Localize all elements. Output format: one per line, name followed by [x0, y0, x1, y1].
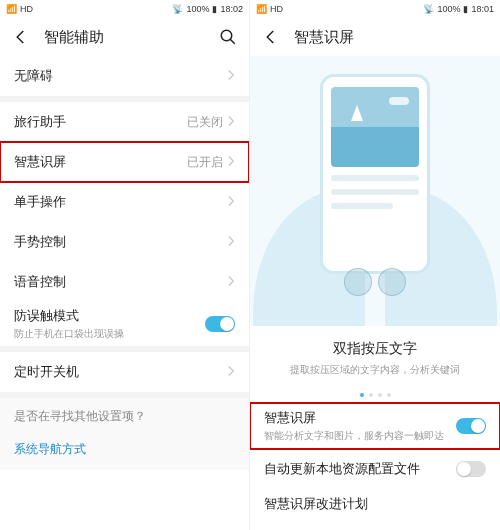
- row-gesture[interactable]: 手势控制: [0, 222, 249, 262]
- row-travel-assistant[interactable]: 旅行助手 已关闭: [0, 102, 249, 142]
- wifi-icon: 📡: [172, 4, 183, 14]
- row-label: 智慧识屏: [14, 153, 187, 171]
- chevron-right-icon: [227, 275, 235, 290]
- row-label: 智慧识屏: [264, 409, 456, 427]
- signal-icon: 📶: [256, 4, 267, 14]
- link-system-nav[interactable]: 系统导航方式: [0, 435, 249, 470]
- header: 智能辅助: [0, 18, 249, 56]
- dot: [387, 393, 391, 397]
- promo-desc: 提取按压区域的文字内容，分析关键词: [260, 363, 490, 377]
- battery-pct: 100%: [437, 4, 460, 14]
- row-label: 旅行助手: [14, 113, 187, 131]
- row-sublabel: 智能分析文字和图片，服务内容一触即达: [264, 429, 456, 443]
- signal-icon: 📶: [6, 4, 17, 14]
- page-title: 智慧识屏: [294, 28, 490, 47]
- hd-icon: HD: [20, 4, 33, 14]
- promo: 双指按压文字 提取按压区域的文字内容，分析关键词: [250, 326, 500, 383]
- row-sublabel: 防止手机在口袋出现误操: [14, 327, 205, 341]
- row-autoupdate[interactable]: 自动更新本地资源配置文件: [250, 449, 500, 489]
- chevron-right-icon: [227, 195, 235, 210]
- page-title: 智能辅助: [44, 28, 205, 47]
- header: 智慧识屏: [250, 18, 500, 56]
- row-value: 已关闭: [187, 114, 223, 131]
- search-icon[interactable]: [217, 26, 239, 48]
- row-label: 无障碍: [14, 67, 227, 85]
- row-voice[interactable]: 语音控制: [0, 262, 249, 302]
- row-improve-plan[interactable]: 智慧识屏改进计划: [250, 489, 500, 519]
- page-indicator[interactable]: [250, 383, 500, 403]
- toggle-hitouch[interactable]: [456, 418, 486, 434]
- row-label: 定时开关机: [14, 363, 227, 381]
- back-icon[interactable]: [260, 26, 282, 48]
- dot: [369, 393, 373, 397]
- row-mistouch[interactable]: 防误触模式 防止手机在口袋出现误操: [0, 302, 249, 346]
- status-bar: 📶 HD 📡 100% ▮ 18:01: [250, 0, 500, 18]
- battery-icon: ▮: [463, 4, 468, 14]
- dot: [360, 393, 364, 397]
- promo-title: 双指按压文字: [260, 340, 490, 358]
- toggle-mistouch[interactable]: [205, 316, 235, 332]
- row-value: 已开启: [187, 154, 223, 171]
- svg-point-0: [221, 30, 232, 41]
- row-hitouch-toggle[interactable]: 智慧识屏 智能分析文字和图片，服务内容一触即达: [250, 403, 500, 449]
- row-label: 智慧识屏改进计划: [264, 495, 486, 513]
- touch-indicator: [344, 268, 406, 296]
- row-accessibility[interactable]: 无障碍: [0, 56, 249, 96]
- chevron-right-icon: [227, 155, 235, 170]
- row-label: 语音控制: [14, 273, 227, 291]
- row-label: 自动更新本地资源配置文件: [264, 460, 456, 478]
- row-onehand[interactable]: 单手操作: [0, 182, 249, 222]
- wifi-icon: 📡: [423, 4, 434, 14]
- phone-mockup: [320, 74, 430, 274]
- chevron-right-icon: [227, 235, 235, 250]
- row-label: 手势控制: [14, 233, 227, 251]
- row-label: 单手操作: [14, 193, 227, 211]
- row-hitouch[interactable]: 智慧识屏 已开启: [0, 142, 249, 182]
- row-schedule-power[interactable]: 定时开关机: [0, 352, 249, 392]
- chevron-right-icon: [227, 69, 235, 84]
- chevron-right-icon: [227, 365, 235, 380]
- mock-image: [331, 87, 419, 167]
- clock: 18:02: [220, 4, 243, 14]
- row-label: 防误触模式: [14, 307, 205, 325]
- hd-icon: HD: [270, 4, 283, 14]
- clock: 18:01: [471, 4, 494, 14]
- chevron-right-icon: [227, 115, 235, 130]
- toggle-autoupdate[interactable]: [456, 461, 486, 477]
- battery-icon: ▮: [212, 4, 217, 14]
- battery-pct: 100%: [186, 4, 209, 14]
- search-hint: 是否在寻找其他设置项？: [0, 398, 249, 435]
- dot: [378, 393, 382, 397]
- illustration: [250, 56, 500, 326]
- status-bar: 📶 HD 📡 100% ▮ 18:02: [0, 0, 249, 18]
- back-icon[interactable]: [10, 26, 32, 48]
